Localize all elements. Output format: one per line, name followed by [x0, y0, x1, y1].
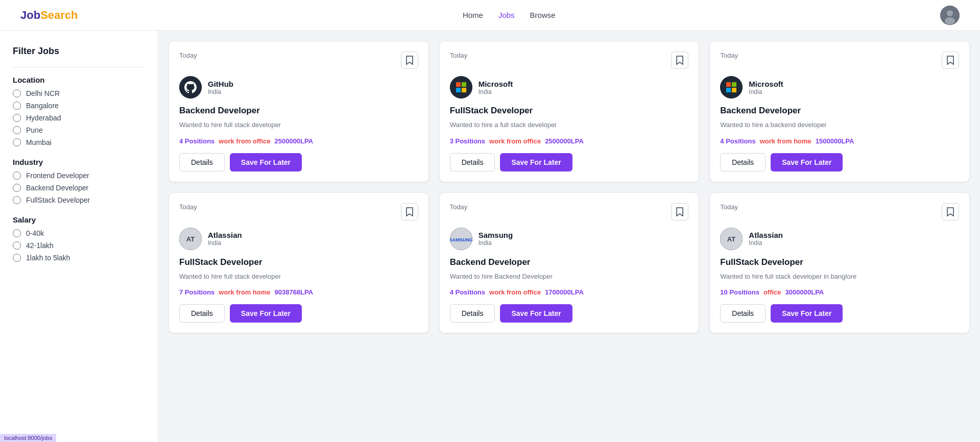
bookmark-button[interactable]: [942, 52, 959, 69]
job-description: Wanted to hire full stack developer: [179, 120, 418, 130]
card-date: Today: [179, 203, 197, 211]
divider: [13, 67, 145, 67]
save-button[interactable]: Save For Later: [500, 304, 572, 323]
company-country: India: [479, 239, 513, 247]
salary-42-1lakh[interactable]: 42-1lakh: [13, 241, 145, 250]
company-name: Microsoft: [479, 80, 513, 88]
location-bangalore-radio[interactable]: [13, 102, 21, 110]
company-country: India: [479, 88, 513, 95]
industry-fullstack-radio[interactable]: [13, 196, 21, 204]
bookmark-button[interactable]: [671, 52, 688, 69]
location-mumbai-radio[interactable]: [13, 138, 21, 146]
nav-jobs[interactable]: Jobs: [498, 11, 515, 19]
salary-0-40k-radio[interactable]: [13, 229, 21, 237]
details-button[interactable]: Details: [450, 304, 495, 323]
bookmark-button[interactable]: [401, 52, 418, 69]
location-delhi-radio[interactable]: [13, 89, 21, 97]
sidebar: Filter Jobs Location Delhi NCR Bangalore…: [0, 31, 158, 442]
salary-1lakh-5lakh[interactable]: 1lakh to 5lakh: [13, 254, 145, 262]
company-details: Atlassian India: [208, 231, 242, 247]
salary-heading: Salary: [13, 215, 145, 224]
company-details: Atlassian India: [749, 231, 783, 247]
company-name: Microsoft: [749, 80, 783, 88]
save-button[interactable]: Save For Later: [230, 304, 302, 323]
company-logo: [179, 76, 202, 99]
company-logo: AT: [720, 228, 743, 250]
location-tag: work from office: [489, 137, 541, 145]
company-info: GitHub India: [179, 76, 418, 99]
save-button[interactable]: Save For Later: [500, 153, 572, 171]
svg-rect-8: [462, 88, 466, 92]
bookmark-button[interactable]: [942, 203, 959, 220]
company-name: Samsung: [479, 231, 513, 239]
card-actions: Details Save For Later: [450, 153, 689, 171]
status-bar: localhost:8000/jobs: [0, 434, 56, 442]
job-title: Backend Developer: [720, 106, 959, 116]
salary-tag: 9038768LPA: [274, 288, 313, 296]
user-avatar[interactable]: [940, 6, 960, 25]
nav-browse[interactable]: Browse: [530, 11, 556, 19]
job-description: Wanted to hire Backend Developer: [450, 272, 689, 282]
company-details: Samsung India: [479, 231, 513, 247]
job-title: Backend Developer: [450, 257, 689, 267]
location-mumbai[interactable]: Mumbai: [13, 138, 145, 146]
salary-options: 0-40k 42-1lakh 1lakh to 5lakh: [13, 229, 145, 262]
card-header: Today: [720, 203, 959, 220]
bookmark-button[interactable]: [671, 203, 688, 220]
industry-frontend[interactable]: Frontend Developer: [13, 171, 145, 180]
company-name: Atlassian: [208, 231, 242, 239]
industry-backend[interactable]: Backend Developer: [13, 184, 145, 192]
job-card: Today Microsoft India: [709, 41, 970, 182]
nav-home[interactable]: Home: [463, 11, 483, 19]
save-button[interactable]: Save For Later: [771, 153, 843, 171]
job-card: Today Microsoft India: [439, 41, 700, 182]
company-info: AT Atlassian India: [720, 228, 959, 250]
location-heading: Location: [13, 76, 145, 84]
industry-backend-radio[interactable]: [13, 184, 21, 192]
industry-filter: Industry Frontend Developer Backend Deve…: [13, 158, 145, 204]
card-header: Today: [720, 52, 959, 69]
svg-point-1: [947, 10, 953, 16]
location-pune-radio[interactable]: [13, 126, 21, 134]
location-pune[interactable]: Pune: [13, 126, 145, 134]
salary-1lakh-5lakh-radio[interactable]: [13, 254, 21, 262]
salary-tag: 2500000LPA: [274, 137, 313, 145]
salary-tag: 1500000LPA: [816, 137, 854, 145]
salary-42-1lakh-radio[interactable]: [13, 241, 21, 250]
job-tags: 10 Positions office 3000000LPA: [720, 288, 959, 296]
svg-rect-12: [726, 88, 731, 92]
card-date: Today: [179, 52, 197, 59]
job-description: Wanted to hire full stack developer in b…: [720, 272, 959, 282]
bookmark-button[interactable]: [401, 203, 418, 220]
svg-rect-7: [456, 88, 461, 92]
industry-fullstack[interactable]: FullStack Developer: [13, 196, 145, 204]
save-button[interactable]: Save For Later: [771, 304, 843, 323]
industry-heading: Industry: [13, 158, 145, 166]
location-hyderabad[interactable]: Hyderabad: [13, 114, 145, 122]
salary-0-40k[interactable]: 0-40k: [13, 229, 145, 237]
card-date: Today: [450, 52, 468, 59]
positions-tag: 3 Positions: [450, 137, 485, 145]
details-button[interactable]: Details: [720, 304, 766, 323]
details-button[interactable]: Details: [720, 153, 766, 171]
location-bangalore[interactable]: Bangalore: [13, 102, 145, 110]
card-date: Today: [720, 52, 738, 59]
location-tag: work from home: [760, 137, 811, 145]
details-button[interactable]: Details: [179, 153, 225, 171]
location-hyderabad-radio[interactable]: [13, 114, 21, 122]
job-card: Today SAMSUNG Samsung India B: [439, 192, 700, 334]
card-header: Today: [450, 52, 689, 69]
location-delhi[interactable]: Delhi NCR: [13, 89, 145, 97]
save-button[interactable]: Save For Later: [230, 153, 302, 171]
details-button[interactable]: Details: [450, 153, 495, 171]
job-card: Today AT Atlassian India Full: [709, 192, 970, 334]
svg-rect-6: [462, 82, 466, 87]
card-date: Today: [450, 203, 468, 211]
details-button[interactable]: Details: [179, 304, 225, 323]
job-tags: 4 Positions work from home 1500000LPA: [720, 137, 959, 145]
svg-point-3: [179, 76, 202, 99]
industry-frontend-radio[interactable]: [13, 171, 21, 180]
job-title: Backend Developer: [179, 106, 418, 116]
logo-job: Job: [20, 9, 40, 21]
company-details: GitHub India: [208, 80, 233, 95]
